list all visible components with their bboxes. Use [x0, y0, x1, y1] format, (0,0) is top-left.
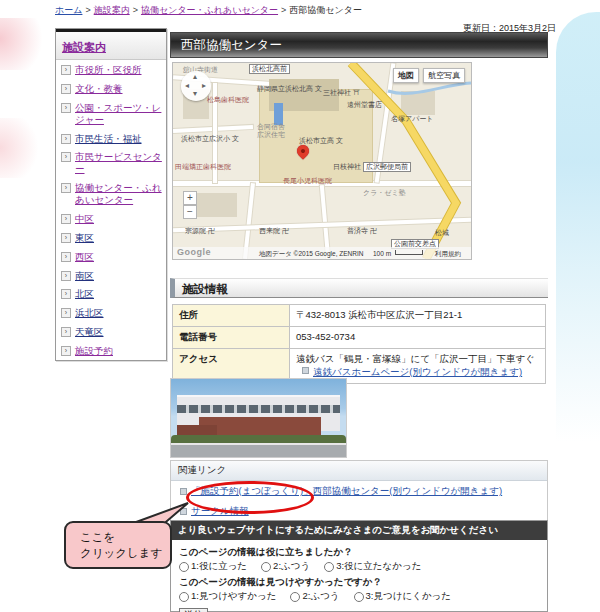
map-label: 田端矯正歯科医院 [175, 163, 231, 171]
sidebar-item-citizen-life[interactable]: ›市民生活・福祉 [56, 129, 166, 148]
related-links-heading: 関連リンク [171, 461, 547, 481]
square-arrow-icon: › [61, 346, 71, 356]
q1-option-1[interactable]: 1:役に立った [179, 560, 247, 573]
related-links-box: 関連リンク 「施設予約(まつぼっくり)」西部協働センター(別ウィンドウが開きます… [170, 460, 548, 522]
q2-option-2-radio[interactable] [290, 592, 300, 602]
pan-left-icon[interactable]: ◂ [185, 81, 189, 90]
q2-option-3[interactable]: 3:見つけにくかった [354, 590, 451, 603]
map-river [388, 83, 471, 93]
map-label: 普済寺 卍 [347, 227, 377, 235]
submit-button[interactable]: 送信 [179, 608, 208, 612]
access-text: 遠鉄バス「鶴見・富塚線」にて「広沢一丁目」下車すぐ [296, 353, 539, 366]
map-terms-link[interactable]: 利用規約 [435, 250, 461, 257]
zoom-out-button[interactable]: − [183, 205, 197, 219]
map-scale-label: 100 m [373, 250, 391, 257]
map-label: クラ・ゼミ塾 [363, 189, 406, 197]
feedback-q2-options: 1:見つけやすかった 2:ふつう 3:見つけにくかった [179, 590, 539, 603]
map-label: 浜松市立広沢小 文 [181, 135, 239, 143]
sidebar-item-higashi-ward[interactable]: ›東区 [56, 228, 166, 247]
zoom-in-button[interactable]: + [183, 191, 197, 205]
q1-option-3[interactable]: 3:役に立たなかった [324, 560, 421, 573]
sidebar-item-nishi-ward[interactable]: ›西区 [56, 247, 166, 266]
map-label: 広沢住宅 [257, 131, 285, 139]
q2-option-1-radio[interactable] [179, 592, 189, 602]
photo-windows [177, 405, 340, 413]
callout-text-line1: ここを [80, 530, 170, 546]
square-arrow-icon: › [61, 214, 71, 224]
map-label: 名塚アパート [391, 115, 434, 123]
q1-option-3-radio[interactable] [324, 562, 334, 572]
google-map[interactable]: 舘山寺街道 浜松北高前 静岡県立浜松北高 文 三社神社 ⛩ 遠州堂書店 松島歯科… [172, 62, 472, 260]
feedback-question-2: このページの情報は見つけやすかったですか？ [179, 576, 539, 589]
callout-balloon: ここを クリックします [64, 521, 172, 569]
map-zoom-control[interactable]: + − [183, 191, 197, 219]
photo-road [171, 443, 346, 458]
sidebar-item-reservation[interactable]: ›施設予約 [56, 341, 166, 360]
breadcrumb-separator: > [133, 5, 138, 15]
square-arrow-icon: › [61, 65, 71, 75]
map-scale-bar [395, 250, 423, 255]
square-arrow-icon: › [61, 289, 71, 299]
facility-info-heading: 施設情報 [170, 278, 548, 298]
breadcrumb-separator: > [281, 5, 286, 15]
sidebar-item-culture[interactable]: ›文化・教養 [56, 79, 166, 98]
q2-option-1[interactable]: 1:見つけやすかった [179, 590, 276, 603]
sidebar-item-tenryu-ward[interactable]: ›天竜区 [56, 322, 166, 341]
map-label: 三社神社 ⛩ [323, 89, 360, 97]
map-label-busstop: 広沢郵便局前 [363, 162, 411, 172]
breadcrumb-home-link[interactable]: ホーム [55, 5, 82, 15]
map-label-busstop: 浜松北高前 [249, 64, 290, 74]
feedback-form: より良いウェブサイトにするためにみなさまのご意見をお聞かせください このページの… [170, 520, 548, 612]
sidebar-item-minami-ward[interactable]: ›南区 [56, 266, 166, 285]
bg-decoration-blue-right [556, 12, 600, 442]
breadcrumb-shisetsu-link[interactable]: 施設案内 [94, 5, 130, 15]
map-pan-control[interactable]: ▴ ▾ ◂ ▸ [181, 71, 211, 101]
map-main-road-yellow [173, 63, 471, 259]
map-attribution: 地図データ ©2015 Google, ZENRIN [259, 250, 363, 257]
q1-option-2-radio[interactable] [261, 562, 271, 572]
map-label: 西来院 卍 [259, 227, 289, 235]
square-arrow-icon: › [61, 252, 71, 262]
map-label: 長尾小児科医院 [283, 177, 332, 185]
q2-option-3-radio[interactable] [354, 592, 364, 602]
sidebar-item-service-center[interactable]: ›市民サービスセンター [56, 147, 166, 178]
pan-right-icon[interactable]: ▸ [202, 81, 206, 90]
google-logo: Google [177, 248, 211, 258]
q2-option-2[interactable]: 2:ふつう [290, 590, 339, 603]
sidebar-item-cityhall[interactable]: ›市役所・区役所 [56, 60, 166, 79]
row-value: 〒432-8013 浜松市中区広沢一丁目21-1 [290, 305, 546, 327]
square-arrow-icon: › [61, 233, 71, 243]
q1-option-2[interactable]: 2:ふつう [261, 560, 310, 573]
facility-info-table: 住所 〒432-8013 浜松市中区広沢一丁目21-1 電話番号 053-452… [172, 304, 546, 384]
map-label: 合同宿舎 [257, 123, 285, 131]
breadcrumb: ホーム>施設案内>協働センター・ふれあいセンター>西部協働センター [55, 4, 362, 17]
page-title: 西部協働センター [171, 38, 282, 52]
feedback-q1-options: 1:役に立った 2:ふつう 3:役に立たなかった [179, 560, 539, 573]
sidebar-item-parks-sports[interactable]: ›公園・スポーツ・レジャー [56, 98, 166, 129]
sidebar-item-naka-ward[interactable]: ›中区 [56, 209, 166, 228]
map-label: 松島歯科医院 [207, 96, 249, 104]
square-arrow-icon: › [61, 183, 71, 193]
row-label: 住所 [173, 305, 290, 327]
square-arrow-icon: › [61, 152, 71, 162]
sidebar-item-kita-ward[interactable]: ›北区 [56, 284, 166, 303]
related-link-circle-info[interactable]: サークル情報 [171, 501, 547, 521]
related-link-reservation[interactable]: 「施設予約(まつぼっくり)」西部協働センター(別ウィンドウが開きます) [171, 481, 547, 501]
map-type-satellite-button[interactable]: 航空写真 [423, 68, 465, 83]
pan-up-icon[interactable]: ▴ [193, 72, 197, 81]
bg-decoration-pink-mid [0, 118, 46, 178]
map-label: 静岡県立浜松北高 文 [257, 85, 322, 93]
map-label: 遠州堂書店 [347, 101, 382, 109]
pan-down-icon[interactable]: ▾ [193, 89, 197, 98]
table-row-address: 住所 〒432-8013 浜松市中区広沢一丁目21-1 [173, 305, 546, 327]
sidebar-item-hamakita-ward[interactable]: ›浜北区 [56, 303, 166, 322]
sidebar-item-kyodo-center[interactable]: ›協働センター・ふれあいセンター [56, 178, 166, 209]
entetsu-bus-link[interactable]: 遠鉄バスホームページ(別ウィンドウが開きます) [313, 366, 522, 377]
breadcrumb-center-link[interactable]: 協働センター・ふれあいセンター [141, 5, 278, 15]
sidebar-title[interactable]: 施設案内 [56, 29, 166, 60]
map-type-map-button[interactable]: 地図 [393, 68, 419, 83]
breadcrumb-separator: > [85, 5, 90, 15]
q1-option-1-radio[interactable] [179, 562, 189, 572]
table-row-phone: 電話番号 053-452-0734 [173, 327, 546, 349]
map-label: 浜松市立高 文 [299, 137, 343, 145]
